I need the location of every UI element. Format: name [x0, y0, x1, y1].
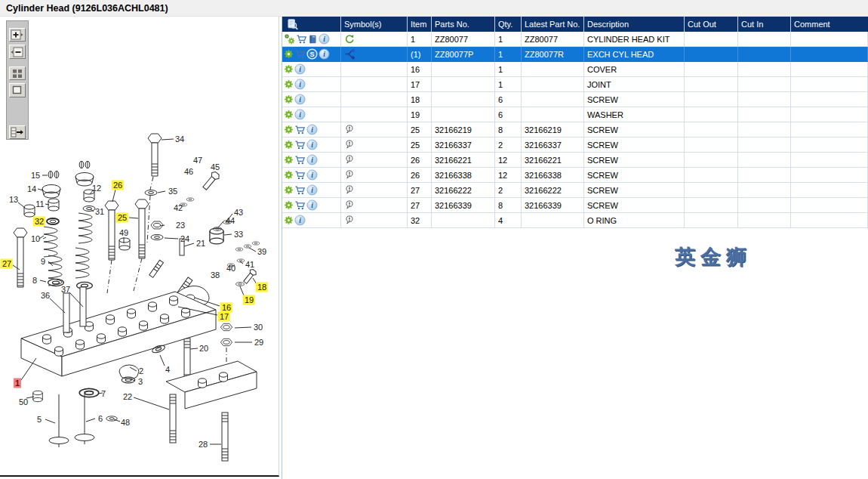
- info-icon[interactable]: i: [306, 154, 318, 165]
- zoom-window-icon: [12, 85, 22, 94]
- balloon-icon[interactable]: [344, 199, 355, 211]
- description-cell: O RING: [584, 213, 685, 228]
- table-row[interactable]: i161COVER: [282, 62, 868, 77]
- item-cell: 17: [408, 77, 432, 92]
- item-cell: 16: [408, 62, 432, 77]
- cart-icon[interactable]: [294, 185, 306, 196]
- app-window: Cylinder Head (9126L036ACHL0481): [0, 0, 868, 479]
- gear-icon[interactable]: [284, 110, 294, 119]
- diagram-callout-22: 22: [122, 392, 134, 402]
- diagram-callout-37: 37: [60, 285, 72, 295]
- table-row[interactable]: i186SCREW: [282, 92, 868, 107]
- balloon-icon[interactable]: [344, 215, 355, 226]
- table-row[interactable]: i2532166337232166337SCREW: [282, 138, 868, 153]
- info-icon[interactable]: i: [294, 109, 306, 120]
- row-actions: i: [282, 122, 341, 138]
- info-icon[interactable]: i: [319, 33, 330, 45]
- balloon-icon[interactable]: [344, 169, 355, 181]
- gear-icon[interactable]: [284, 64, 294, 74]
- cart-icon[interactable]: [294, 140, 306, 150]
- cart-icon[interactable]: [294, 200, 306, 211]
- gear-icon[interactable]: [284, 170, 294, 180]
- qty-cell: 1: [495, 32, 522, 47]
- latest-part-no-cell: [522, 77, 584, 92]
- row-actions: i: [282, 77, 341, 92]
- book-icon[interactable]: [308, 34, 318, 45]
- fork-icon[interactable]: [344, 48, 356, 60]
- info-icon[interactable]: i: [306, 199, 318, 211]
- table-row[interactable]: i171JOINT: [282, 77, 868, 92]
- info-icon[interactable]: i: [294, 94, 306, 105]
- zoom-out-icon: [11, 47, 23, 57]
- refresh-icon[interactable]: [344, 34, 355, 45]
- diagram-callout-15: 15: [29, 171, 42, 181]
- diagram-callout-40: 40: [225, 264, 237, 273]
- cart-icon[interactable]: [294, 125, 306, 135]
- cart-icon[interactable]: [294, 155, 306, 165]
- row-actions: i: [282, 213, 341, 228]
- info-icon[interactable]: i: [294, 63, 306, 75]
- row-actions: i: [282, 92, 341, 107]
- diagram-callout-13: 13: [8, 195, 20, 205]
- info-icon[interactable]: i: [306, 139, 318, 150]
- gear-icon[interactable]: [284, 155, 294, 165]
- info-icon[interactable]: i: [319, 48, 330, 60]
- balloon-icon[interactable]: [344, 184, 355, 196]
- info-icon[interactable]: i: [294, 79, 306, 90]
- info-icon[interactable]: i: [306, 169, 318, 181]
- cart-icon[interactable]: [296, 34, 307, 45]
- zoom-in-button[interactable]: [9, 28, 26, 42]
- gear-icon[interactable]: [284, 94, 294, 104]
- item-cell: 19: [408, 107, 432, 122]
- comment-cell: [791, 153, 868, 168]
- diagram-callout-34: 34: [174, 134, 186, 144]
- tile-view-button[interactable]: [9, 66, 26, 80]
- info-icon[interactable]: i: [306, 184, 318, 196]
- svg-text:S: S: [310, 51, 315, 58]
- comment-cell: [791, 122, 868, 138]
- table-row[interactable]: i26321662211232166221SCREW: [282, 153, 868, 168]
- item-cell: 32: [408, 213, 432, 228]
- gear-icon[interactable]: [284, 79, 294, 89]
- symbol-cell: [341, 198, 408, 213]
- cart-icon[interactable]: [294, 170, 306, 181]
- balloon-icon[interactable]: [344, 139, 355, 150]
- table-row[interactable]: i324O RING: [282, 213, 868, 228]
- table-row[interactable]: i2732166339832166339SCREW: [282, 198, 868, 213]
- zoom-window-button[interactable]: [9, 83, 26, 97]
- gear-icon[interactable]: [284, 215, 294, 225]
- row-actions: i: [282, 32, 341, 47]
- gears-add-icon[interactable]: [284, 33, 295, 45]
- svg-text:i: i: [311, 171, 313, 179]
- table-row[interactable]: i2732166222232166222SCREW: [282, 183, 868, 198]
- zoom-out-button[interactable]: [9, 45, 26, 58]
- toggle-panel-button[interactable]: [9, 125, 26, 139]
- gear-icon[interactable]: [284, 49, 294, 59]
- row-actions: i: [282, 62, 341, 77]
- zoom-in-icon: [11, 29, 23, 40]
- parts-no-cell: [432, 77, 495, 92]
- balloon-icon[interactable]: [344, 124, 355, 135]
- description-cell: JOINT: [584, 77, 685, 92]
- table-row[interactable]: i26321663381232166338SCREW: [282, 168, 868, 183]
- diagram-callout-24: 24: [179, 234, 191, 244]
- table-row[interactable]: i2532166219832166219SCREW: [282, 122, 868, 138]
- info-icon[interactable]: i: [294, 215, 306, 226]
- gear-icon[interactable]: [284, 185, 294, 195]
- gear-icon[interactable]: [284, 200, 294, 210]
- cart-icon[interactable]: [294, 49, 306, 60]
- gear-icon[interactable]: [284, 125, 294, 134]
- comment-cell: [791, 62, 868, 77]
- table-row[interactable]: i1ZZ800771ZZ80077CYLINDER HEAD KIT: [282, 32, 868, 47]
- balloon-icon[interactable]: [344, 154, 355, 165]
- s-badge-icon[interactable]: S: [306, 48, 318, 60]
- row-actions: i: [282, 107, 341, 122]
- table-row[interactable]: i196WASHER: [282, 107, 868, 122]
- comment-cell: [791, 92, 868, 107]
- diagram-callout-33: 33: [232, 230, 245, 240]
- description-cell: SCREW: [584, 183, 685, 198]
- info-icon[interactable]: i: [306, 124, 318, 135]
- table-row[interactable]: Si(1)ZZ80077P1ZZ80077REXCH CYL HEAD: [282, 47, 868, 62]
- gear-icon[interactable]: [284, 140, 294, 150]
- symbol-cell: [341, 183, 408, 198]
